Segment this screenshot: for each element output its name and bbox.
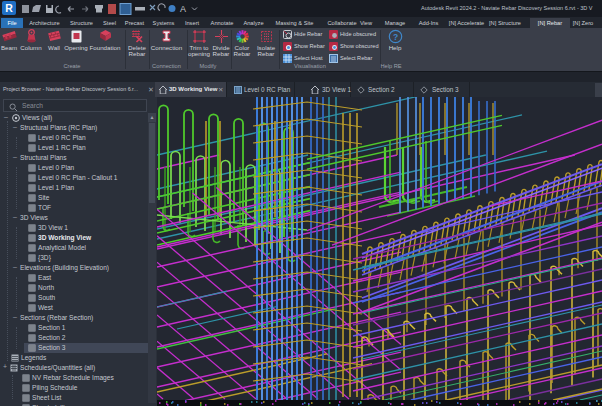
svg-text:?: ? [392,32,397,42]
svg-text:A: A [180,4,186,14]
svg-text:R: R [5,2,13,14]
